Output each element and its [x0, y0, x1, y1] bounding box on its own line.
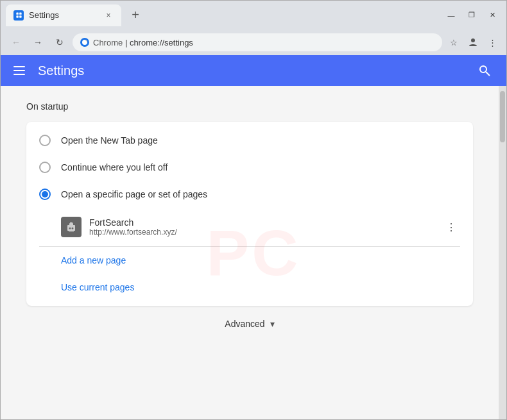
scrollbar[interactable]: [499, 86, 506, 419]
use-current-pages-link[interactable]: Use current pages: [26, 274, 473, 301]
open-new-tab-option[interactable]: Open the New Tab page: [26, 127, 473, 154]
list-item: FortSearch http://www.fortsearch.xyz/ ⋮: [61, 210, 460, 244]
browser-menu-button[interactable]: ⋮: [485, 35, 500, 50]
window-controls: — ❐ ✕: [442, 6, 501, 24]
svg-rect-9: [69, 223, 73, 226]
address-bar[interactable]: Chrome | chrome://settings: [73, 33, 442, 51]
settings-search-button[interactable]: [473, 59, 496, 82]
active-tab[interactable]: Settings ×: [6, 4, 121, 26]
tab-favicon: [13, 10, 24, 21]
content-area: PC On startup Open the New Tab page Cont…: [1, 86, 499, 419]
settings-page-title: Settings: [38, 63, 463, 78]
back-button[interactable]: ←: [7, 33, 25, 51]
svg-rect-1: [19, 12, 21, 14]
address-separator: |: [125, 38, 130, 47]
svg-rect-0: [16, 12, 18, 14]
address-text: Chrome | chrome://settings: [93, 38, 193, 47]
refresh-button[interactable]: ↻: [51, 33, 69, 51]
site-favicon: [80, 38, 89, 47]
continue-radio[interactable]: [39, 162, 51, 173]
continue-label: Continue where you left off: [61, 162, 168, 172]
new-tab-button[interactable]: +: [126, 6, 144, 24]
titlebar: Settings × + — ❐ ✕: [1, 1, 506, 29]
minimize-button[interactable]: —: [442, 6, 460, 24]
specific-page-option[interactable]: Open a specific page or set of pages: [26, 181, 473, 208]
hamburger-line-3: [13, 74, 25, 75]
restore-button[interactable]: ❐: [463, 6, 481, 24]
page-info: FortSearch http://www.fortsearch.xyz/: [89, 217, 434, 237]
hamburger-line-2: [13, 70, 25, 71]
svg-point-5: [471, 38, 475, 42]
page-favicon: [61, 217, 82, 237]
svg-point-10: [69, 228, 71, 230]
advanced-section[interactable]: Advanced ▾: [26, 306, 473, 342]
advanced-arrow-icon: ▾: [270, 319, 275, 329]
svg-rect-12: [69, 230, 74, 231]
startup-pages-list: FortSearch http://www.fortsearch.xyz/ ⋮: [26, 208, 473, 246]
svg-rect-3: [19, 15, 21, 17]
svg-point-11: [72, 228, 74, 230]
main-content: PC On startup Open the New Tab page Cont…: [1, 86, 506, 419]
advanced-label: Advanced: [225, 319, 264, 329]
hamburger-line-1: [13, 66, 25, 67]
section-title: On startup: [26, 101, 473, 112]
page-menu-button[interactable]: ⋮: [442, 218, 460, 236]
address-brand: Chrome: [93, 38, 123, 47]
forward-button[interactable]: →: [29, 33, 47, 51]
svg-rect-2: [16, 15, 18, 17]
addressbar-row: ← → ↻ Chrome | chrome://settings ☆ ⋮: [1, 29, 506, 55]
use-current-pages-label[interactable]: Use current pages: [61, 282, 134, 292]
page-url: http://www.fortsearch.xyz/: [89, 228, 434, 237]
close-button[interactable]: ✕: [483, 6, 501, 24]
open-new-tab-radio[interactable]: [39, 135, 51, 146]
tab-close-button[interactable]: ×: [103, 10, 114, 21]
add-new-page-label[interactable]: Add a new page: [61, 255, 126, 265]
specific-page-radio[interactable]: [39, 189, 51, 200]
add-new-page-link[interactable]: Add a new page: [26, 247, 473, 274]
svg-rect-13: [70, 222, 73, 223]
svg-line-7: [486, 72, 490, 76]
profile-button[interactable]: [465, 35, 481, 50]
address-url: chrome://settings: [130, 38, 193, 47]
continue-option[interactable]: Continue where you left off: [26, 154, 473, 181]
open-new-tab-label: Open the New Tab page: [61, 135, 158, 146]
scrollbar-thumb[interactable]: [500, 91, 505, 142]
page-name: FortSearch: [89, 217, 434, 228]
bookmark-button[interactable]: ☆: [446, 35, 461, 50]
svg-point-6: [480, 66, 486, 72]
hamburger-menu[interactable]: [11, 63, 28, 78]
startup-card: Open the New Tab page Continue where you…: [26, 122, 473, 306]
settings-header: Settings: [1, 55, 506, 86]
svg-rect-8: [67, 225, 75, 231]
tab-title: Settings: [29, 10, 98, 20]
specific-page-label: Open a specific page or set of pages: [61, 189, 207, 199]
browser-window: Settings × + — ❐ ✕ ← → ↻ Chrome | chrome…: [0, 0, 507, 420]
